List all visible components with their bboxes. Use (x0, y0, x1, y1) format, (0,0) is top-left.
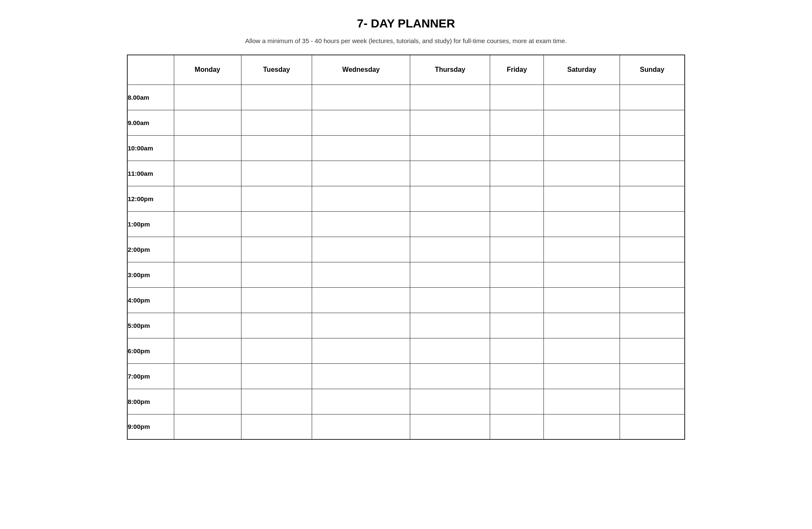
day-cell[interactable] (241, 414, 312, 439)
day-cell[interactable] (544, 287, 620, 313)
day-cell[interactable] (620, 237, 685, 262)
day-cell[interactable] (241, 313, 312, 338)
day-cell[interactable] (620, 414, 685, 439)
day-cell[interactable] (544, 389, 620, 414)
day-cell[interactable] (410, 161, 490, 186)
day-cell[interactable] (490, 338, 544, 363)
day-cell[interactable] (241, 161, 312, 186)
day-cell[interactable] (490, 110, 544, 135)
day-cell[interactable] (410, 135, 490, 161)
day-cell[interactable] (241, 262, 312, 287)
day-cell[interactable] (544, 363, 620, 389)
day-cell[interactable] (312, 414, 410, 439)
day-cell[interactable] (544, 237, 620, 262)
day-cell[interactable] (312, 313, 410, 338)
day-cell[interactable] (174, 135, 241, 161)
day-cell[interactable] (490, 414, 544, 439)
day-cell[interactable] (544, 85, 620, 110)
day-cell[interactable] (490, 313, 544, 338)
day-cell[interactable] (312, 237, 410, 262)
day-cell[interactable] (620, 389, 685, 414)
day-cell[interactable] (410, 414, 490, 439)
day-cell[interactable] (174, 186, 241, 211)
day-cell[interactable] (410, 85, 490, 110)
day-cell[interactable] (544, 313, 620, 338)
day-cell[interactable] (490, 237, 544, 262)
day-cell[interactable] (312, 110, 410, 135)
day-cell[interactable] (410, 389, 490, 414)
day-cell[interactable] (174, 110, 241, 135)
day-cell[interactable] (174, 237, 241, 262)
day-cell[interactable] (174, 414, 241, 439)
day-cell[interactable] (312, 186, 410, 211)
day-cell[interactable] (544, 211, 620, 237)
day-cell[interactable] (544, 110, 620, 135)
day-cell[interactable] (490, 161, 544, 186)
day-cell[interactable] (544, 186, 620, 211)
day-cell[interactable] (174, 211, 241, 237)
day-cell[interactable] (312, 211, 410, 237)
day-cell[interactable] (410, 287, 490, 313)
day-cell[interactable] (174, 287, 241, 313)
day-cell[interactable] (312, 135, 410, 161)
day-cell[interactable] (241, 211, 312, 237)
day-cell[interactable] (241, 363, 312, 389)
day-cell[interactable] (241, 110, 312, 135)
day-cell[interactable] (174, 313, 241, 338)
day-cell[interactable] (620, 287, 685, 313)
day-cell[interactable] (174, 161, 241, 186)
day-cell[interactable] (490, 211, 544, 237)
day-cell[interactable] (241, 85, 312, 110)
day-cell[interactable] (241, 389, 312, 414)
day-cell[interactable] (620, 110, 685, 135)
day-cell[interactable] (544, 161, 620, 186)
day-cell[interactable] (620, 313, 685, 338)
day-cell[interactable] (620, 211, 685, 237)
day-cell[interactable] (620, 262, 685, 287)
day-cell[interactable] (312, 262, 410, 287)
day-cell[interactable] (490, 287, 544, 313)
day-cell[interactable] (241, 237, 312, 262)
day-cell[interactable] (490, 262, 544, 287)
day-cell[interactable] (174, 363, 241, 389)
day-cell[interactable] (620, 85, 685, 110)
day-cell[interactable] (410, 262, 490, 287)
day-cell[interactable] (312, 338, 410, 363)
day-cell[interactable] (544, 135, 620, 161)
day-cell[interactable] (544, 338, 620, 363)
day-cell[interactable] (174, 85, 241, 110)
day-cell[interactable] (312, 363, 410, 389)
day-cell[interactable] (174, 262, 241, 287)
day-cell[interactable] (312, 287, 410, 313)
day-cell[interactable] (410, 211, 490, 237)
day-cell[interactable] (410, 338, 490, 363)
day-cell[interactable] (312, 389, 410, 414)
day-cell[interactable] (410, 237, 490, 262)
day-cell[interactable] (544, 262, 620, 287)
day-cell[interactable] (620, 338, 685, 363)
day-cell[interactable] (241, 186, 312, 211)
day-cell[interactable] (241, 287, 312, 313)
day-cell[interactable] (312, 85, 410, 110)
day-cell[interactable] (410, 110, 490, 135)
day-cell[interactable] (620, 186, 685, 211)
day-cell[interactable] (490, 85, 544, 110)
day-cell[interactable] (312, 161, 410, 186)
day-cell[interactable] (410, 186, 490, 211)
day-cell[interactable] (490, 363, 544, 389)
day-cell[interactable] (174, 338, 241, 363)
time-cell: 8:00pm (127, 389, 174, 414)
day-cell[interactable] (490, 186, 544, 211)
day-cell[interactable] (490, 389, 544, 414)
day-cell[interactable] (544, 414, 620, 439)
day-cell[interactable] (241, 338, 312, 363)
day-cell[interactable] (620, 161, 685, 186)
day-cell[interactable] (490, 135, 544, 161)
header-sunday: Sunday (620, 55, 685, 85)
day-cell[interactable] (241, 135, 312, 161)
day-cell[interactable] (620, 135, 685, 161)
day-cell[interactable] (174, 389, 241, 414)
day-cell[interactable] (410, 313, 490, 338)
day-cell[interactable] (410, 363, 490, 389)
day-cell[interactable] (620, 363, 685, 389)
